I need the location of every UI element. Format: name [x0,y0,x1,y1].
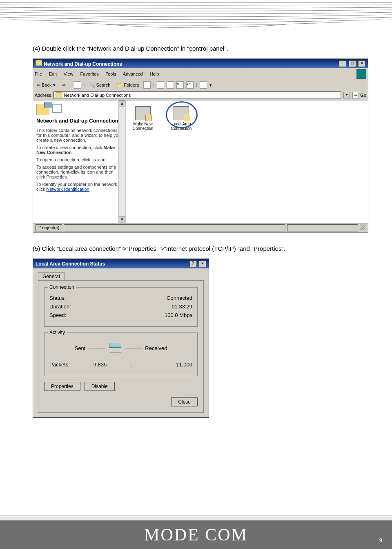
footer-logo: MODE COM [144,525,248,545]
activity-group: Activity Sent Received [44,333,198,376]
tab-panel: Connection Status:Connected Duration:01:… [38,280,204,413]
history-icon[interactable] [143,81,151,89]
panel-heading: Network and Dial-up Connections [36,118,122,124]
close-dialog-button[interactable]: Close [171,397,198,406]
network-identification-link[interactable]: Network Identification [46,187,89,192]
menu-tools[interactable]: Tools [106,71,116,76]
scroll-down-icon[interactable]: ▼ [119,216,125,223]
menu-edit[interactable]: Edit [49,71,57,76]
properties-button[interactable]: Properties [44,382,80,391]
status-value: Connected [167,295,192,301]
window-title: Network and Dial-up Connections [44,61,122,67]
local-area-connection-icon[interactable]: Local Area Connection [168,106,194,131]
tab-general[interactable]: General [38,272,65,280]
dialog-titlebar: Local Area Connection Status ? × [33,259,209,268]
address-bar: Address Network and Dial-up Connections … [33,90,368,100]
panel-text: To access settings and components of a c… [36,165,122,179]
menu-advanced[interactable]: Advanced [123,71,143,76]
decorative-frame-icon [52,104,62,113]
address-value: Network and Dial-up Connections [64,93,131,98]
scroll-up-icon[interactable]: ▲ [119,100,125,107]
decorative-header-lines [0,0,392,33]
maximize-button[interactable]: □ [349,60,356,67]
group-legend: Connection [48,284,76,290]
menu-help[interactable]: Help [150,71,159,76]
panel-text: To create a new connection, click Make N… [36,145,122,155]
address-input[interactable]: Network and Dial-up Connections [53,92,341,99]
duration-value: 01:33:29 [172,304,192,310]
back-button[interactable]: ⇦ Back ▾ [35,82,58,89]
network-connections-window: Network and Dial-up Connections _ □ × Fi… [33,58,368,233]
packets-label: Packets: [49,362,70,368]
duration-label: Duration: [49,304,71,310]
network-activity-icon [108,342,122,354]
move-to-icon[interactable] [157,81,164,89]
lan-status-dialog: Local Area Connection Status ? × General… [33,259,209,418]
close-button[interactable]: × [199,261,206,267]
speed-value: 100.0 Mbps [165,312,192,318]
info-side-panel: Network and Dial-up Connections This fol… [33,100,126,223]
folders-button[interactable]: 📁 Folders [115,82,141,89]
received-label: Received [145,345,167,351]
address-dropdown-icon[interactable]: ▾ [343,92,350,98]
sent-label: Sent [75,345,86,351]
make-new-connection-icon[interactable]: Make New Connection [130,106,156,131]
dialog-title: Local Area Connection Status [36,261,105,267]
status-cell [287,224,358,232]
instruction-step-5: (5) Click “Local area connection”->“Prop… [33,245,368,252]
instruction-step-4: (4) Double click the “Network and Dial-u… [33,45,368,52]
folder-icon [56,92,62,98]
packets-sent-value: 9,835 [70,362,130,368]
help-button[interactable]: ? [189,261,197,267]
copy-to-icon[interactable] [167,81,174,89]
panel-text: This folder contains network connections… [36,128,122,143]
navigation-toolbar: ⇦ Back ▾ ⇨ · | 🔍 Search 📁 Folders | × ↶ … [33,80,368,90]
minimize-button[interactable]: _ [339,60,346,67]
status-object-count: 2 object(s) [36,224,62,232]
up-icon[interactable] [74,81,81,89]
folder-icon [36,60,42,66]
window-titlebar: Network and Dial-up Connections _ □ × [33,59,368,68]
menu-bar: File Edit View Favorites Tools Advanced … [33,68,368,80]
panel-scrollbar[interactable]: ▲ ▼ [118,100,125,223]
search-button[interactable]: 🔍 Search [87,82,113,89]
packets-received-value: 11,000 [132,362,192,368]
status-cell [64,224,285,232]
menu-favorites[interactable]: Favorites [80,71,99,76]
group-legend: Activity [48,330,67,335]
network-folder-icon [36,104,49,115]
page-footer: MODE COM 9 [0,515,392,549]
resize-grip-icon[interactable] [360,224,365,230]
views-icon[interactable] [200,81,207,89]
page-number: 9 [379,537,382,543]
undo-icon[interactable]: ↶ [186,81,194,89]
disable-button[interactable]: Disable [85,382,115,391]
go-button[interactable]: ➜Go [352,92,366,98]
address-label: Address [35,93,51,98]
windows-logo-icon [356,69,366,79]
forward-button[interactable]: ⇨ [60,82,68,89]
menu-file[interactable]: File [35,71,42,76]
status-bar: 2 object(s) [33,223,368,232]
panel-text: To identify your computer on the network… [36,182,122,192]
file-icon-area: Make New Connection Local Area Connectio… [126,100,368,223]
status-label: Status: [49,295,66,301]
delete-icon[interactable]: × [176,81,184,89]
speed-label: Speed: [49,312,66,318]
menu-view[interactable]: View [64,71,74,76]
connection-group: Connection Status:Connected Duration:01:… [44,287,198,327]
close-button[interactable]: × [358,60,365,67]
panel-text: To open a connection, click its icon. [36,157,122,162]
